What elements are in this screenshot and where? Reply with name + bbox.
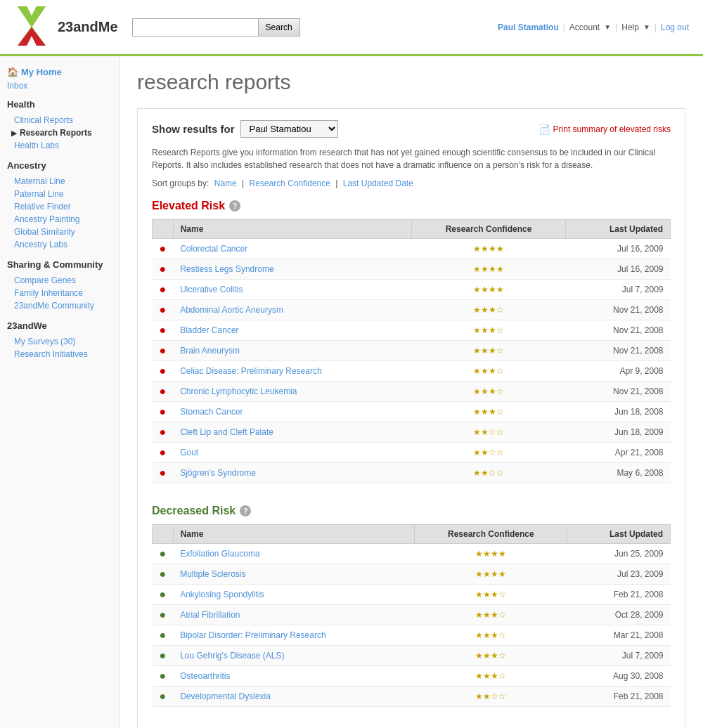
table-row: ● Celiac Disease: Preliminary Research ★… [153, 361, 671, 382]
sidebar-item-family-inheritance[interactable]: Family Inheritance [7, 287, 112, 299]
condition-link[interactable]: Brain Aneurysm [180, 346, 240, 356]
sidebar-item-health-labs[interactable]: Health Labs [7, 139, 112, 152]
date-cell: Apr 9, 2008 [566, 361, 671, 382]
condition-link[interactable]: Exfoliation Glaucoma [180, 549, 259, 559]
condition-link[interactable]: Celiac Disease: Preliminary Research [180, 366, 321, 376]
pdf-icon: 📄 [538, 124, 550, 135]
condition-link[interactable]: Stomach Cancer [180, 407, 243, 417]
sep3: | [654, 22, 657, 32]
sidebar-inbox[interactable]: Inbox [7, 81, 112, 91]
sidebar-item-research-initiatives[interactable]: Research Initiatives [7, 348, 112, 360]
sidebar-home-link[interactable]: My Home [21, 67, 62, 77]
date-cell: Mar 21, 2008 [567, 625, 671, 646]
condition-link[interactable]: Ankylosing Spondylitis [180, 590, 264, 599]
search-input[interactable] [132, 18, 259, 37]
condition-link[interactable]: Atrial Fibrillation [180, 610, 240, 620]
active-arrow: ▶ [11, 129, 17, 137]
profile-select[interactable]: Paul Stamatiou [240, 120, 338, 138]
stars-cell: ★★★☆ [415, 646, 567, 666]
logout-button[interactable]: Log out [661, 22, 689, 32]
red-dot: ● [160, 446, 167, 458]
sidebar-item-research-reports[interactable]: ▶ Research Reports [7, 126, 112, 139]
table-header-row: Name Research Confidence Last Updated [153, 220, 671, 239]
condition-link[interactable]: Osteoarthritis [180, 671, 230, 681]
condition-link[interactable]: Multiple Sclerosis [180, 569, 245, 579]
table-row: ● Bladder Cancer ★★★☆ Nov 21, 2008 [153, 320, 671, 341]
dot-cell: ● [153, 625, 174, 646]
condition-link[interactable]: Abdominal Aortic Aneurysm [180, 305, 283, 315]
condition-link[interactable]: Cleft Lip and Cleft Palate [180, 427, 273, 437]
sort-name-link[interactable]: Name [214, 178, 237, 188]
condition-name-cell: Restless Legs Syndrome [173, 259, 411, 280]
account-button[interactable]: Account [569, 22, 600, 32]
home-icon: 🏠 [7, 67, 18, 77]
condition-link[interactable]: Developmental Dyslexia [180, 691, 271, 701]
clinical-reports-label: Clinical Reports [14, 115, 73, 125]
condition-name-cell: Bladder Cancer [173, 320, 411, 341]
condition-name-cell: Colorectal Cancer [173, 239, 411, 259]
condition-name-cell: Sjögren's Syndrome [173, 463, 411, 483]
condition-link[interactable]: Lou Gehrig's Disease (ALS) [180, 651, 284, 661]
table-row: ● Gout ★★☆☆ Apr 21, 2008 [153, 443, 671, 463]
stars-cell: ★★★☆ [411, 300, 566, 320]
condition-name-cell: Bipolar Disorder: Preliminary Research [173, 625, 415, 646]
help-button[interactable]: Help [621, 22, 639, 32]
condition-name-cell: Ulcerative Colitis [173, 280, 411, 300]
header: 23andMe Search Paul Stamatiou | Account … [0, 0, 703, 56]
dot-cell: ● [153, 422, 174, 443]
decreased-risk-section: Decreased Risk ? Name Research Confidenc… [152, 505, 671, 707]
stars-cell: ★★★★ [411, 259, 566, 280]
condition-link[interactable]: Chronic Lymphocytic Leukemia [180, 386, 297, 396]
condition-link[interactable]: Bipolar Disorder: Preliminary Research [180, 630, 325, 640]
stars-cell: ★★★☆ [411, 402, 566, 422]
sidebar-item-my-surveys[interactable]: My Surveys (30) [7, 335, 112, 348]
search-button[interactable]: Search [259, 18, 300, 37]
elevated-risk-section: Elevated Risk ? Name Research Confidence… [152, 200, 671, 483]
sidebar-item-maternal-line[interactable]: Maternal Line [7, 175, 112, 188]
dot-cell: ● [153, 259, 174, 280]
stars-cell: ★★★☆ [411, 382, 566, 402]
date-cell: Nov 21, 2008 [566, 341, 671, 361]
sidebar-item-ancestry-labs[interactable]: Ancestry Labs [7, 238, 112, 251]
elevated-help-icon[interactable]: ? [229, 200, 240, 212]
condition-link[interactable]: Colorectal Cancer [180, 244, 247, 254]
print-link[interactable]: 📄 Print summary of elevated risks [538, 124, 671, 135]
table-row: ● Colorectal Cancer ★★★★ Jul 16, 2009 [153, 239, 671, 259]
table-row: ● Lou Gehrig's Disease (ALS) ★★★☆ Jul 7,… [153, 646, 671, 666]
sidebar-item-paternal-line[interactable]: Paternal Line [7, 188, 112, 200]
date-cell: Jun 25, 2009 [567, 544, 671, 564]
dot-cell: ● [153, 544, 174, 564]
sidebar-section-health: Health [7, 99, 112, 110]
sidebar-item-global-similarity[interactable]: Global Similarity [7, 226, 112, 238]
dot-cell: ● [153, 280, 174, 300]
sidebar-item-relative-finder[interactable]: Relative Finder [7, 200, 112, 213]
condition-link[interactable]: Sjögren's Syndrome [180, 468, 256, 478]
condition-name-cell: Abdominal Aortic Aneurysm [173, 300, 411, 320]
sidebar-item-ancestry-painting[interactable]: Ancestry Painting [7, 213, 112, 226]
condition-link[interactable]: Restless Legs Syndrome [180, 264, 273, 274]
sort-confidence-link[interactable]: Research Confidence [250, 178, 330, 188]
red-dot: ● [160, 283, 167, 295]
sidebar-section-sharing: Sharing & Community [7, 259, 112, 270]
sidebar-item-clinical-reports[interactable]: Clinical Reports [7, 114, 112, 126]
condition-name-cell: Multiple Sclerosis [173, 564, 415, 585]
help-arrow: ▼ [643, 23, 650, 31]
green-dot: ● [160, 547, 167, 559]
sidebar-item-compare-genes[interactable]: Compare Genes [7, 274, 112, 287]
date-cell: Nov 21, 2008 [566, 382, 671, 402]
sidebar-item-community[interactable]: 23andMe Community [7, 299, 112, 312]
condition-link[interactable]: Ulcerative Colitis [180, 285, 243, 294]
table-row: ● Stomach Cancer ★★★☆ Jun 18, 2008 [153, 402, 671, 422]
red-dot: ● [160, 365, 167, 377]
condition-link[interactable]: Gout [180, 448, 198, 457]
sort-sep2: | [335, 178, 337, 188]
date-cell: Feb 21, 2008 [567, 687, 671, 707]
condition-name-cell: Cleft Lip and Cleft Palate [173, 422, 411, 443]
sort-updated-link[interactable]: Last Updated Date [343, 178, 413, 188]
condition-link[interactable]: Bladder Cancer [180, 325, 238, 335]
table-row: ● Bipolar Disorder: Preliminary Research… [153, 625, 671, 646]
decreased-help-icon[interactable]: ? [240, 505, 251, 516]
sidebar-section-ancestry: Ancestry [7, 160, 112, 171]
dot-cell: ● [153, 341, 174, 361]
dot-cell: ● [153, 463, 174, 483]
